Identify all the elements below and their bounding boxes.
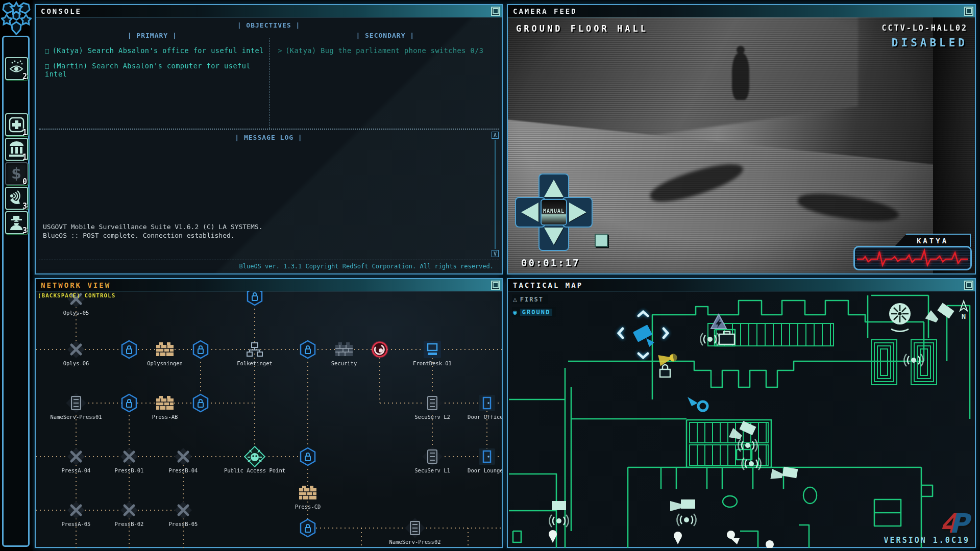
network-node-door-lounges[interactable]: Door Lounges bbox=[468, 448, 502, 473]
scroll-down-button[interactable]: V bbox=[492, 250, 499, 257]
log-line: USGOVT Mobile Surveillance Suite V1.6.2 … bbox=[43, 222, 262, 231]
map-fan-icon bbox=[889, 303, 911, 332]
floorplan-map: N bbox=[508, 291, 975, 548]
node-label: FrontDesk-01 bbox=[413, 360, 452, 366]
up-arrow-icon bbox=[544, 180, 564, 197]
objectives-divider bbox=[269, 38, 270, 129]
wall bbox=[921, 485, 933, 496]
network-node-press-ab[interactable]: Press-AB bbox=[152, 396, 178, 420]
network-node-pressb-05[interactable]: PressB-05 bbox=[169, 502, 198, 527]
map-camera-icon[interactable] bbox=[782, 467, 798, 479]
tactical-map-header: TACTICAL MAP bbox=[508, 279, 975, 291]
network-node-lock[interactable] bbox=[301, 448, 315, 465]
network-node-lock[interactable] bbox=[301, 341, 315, 358]
network-node-public-access-point[interactable]: Public Access Point bbox=[224, 446, 285, 473]
map-maximize-button[interactable] bbox=[964, 281, 973, 290]
network-node-pressb-04[interactable]: PressB-04 bbox=[169, 448, 198, 473]
network-node-nameserv-press02[interactable]: NameServ-Press02 bbox=[389, 518, 440, 545]
network-node-pressa-04[interactable]: PressA-04 bbox=[62, 448, 91, 473]
network-node-lock[interactable] bbox=[301, 519, 315, 537]
stairwell bbox=[871, 340, 897, 385]
camera-maximize-button[interactable] bbox=[964, 7, 973, 16]
tool-medical-cross[interactable]: 1 bbox=[5, 113, 28, 136]
message-log-scrollbar[interactable]: A V bbox=[492, 132, 499, 257]
console-panel: CONSOLE | OBJECTIVES | | PRIMARY | □(Kat… bbox=[35, 4, 503, 274]
tool-count-badge: 1 bbox=[22, 153, 27, 162]
node-label: Press-AB bbox=[152, 414, 178, 420]
tool-count-badge: 2 bbox=[22, 72, 27, 81]
wall bbox=[513, 531, 521, 542]
secondary-objectives-column: | SECONDARY | >(Katya) Bug the parliamen… bbox=[269, 32, 502, 55]
tool-spy-agent[interactable]: 3 bbox=[5, 211, 28, 234]
scrollbar-track[interactable] bbox=[495, 140, 496, 249]
agency-emblem-logo bbox=[1, 1, 32, 35]
map-camera-icon[interactable] bbox=[552, 501, 566, 510]
scroll-up-button[interactable]: A bbox=[492, 132, 499, 139]
network-node-lock[interactable] bbox=[248, 291, 262, 305]
tool-sidebar: 211$033 bbox=[0, 0, 33, 551]
secondary-objective-list: >(Katya) Bug the parliament phone switch… bbox=[269, 46, 502, 55]
console-body: | OBJECTIVES | | PRIMARY | □(Katya) Sear… bbox=[36, 17, 502, 273]
network-node-lock[interactable] bbox=[122, 341, 136, 358]
console-maximize-button[interactable] bbox=[491, 7, 500, 16]
network-node-frontdesk-01[interactable]: FrontDesk-01 bbox=[413, 341, 452, 366]
network-node-lock[interactable] bbox=[193, 341, 208, 358]
objectives-header: | OBJECTIVES | bbox=[36, 21, 502, 29]
tool-surveillance-eye[interactable]: 2 bbox=[5, 57, 28, 80]
network-node-oplys-06[interactable]: Oplys-06 bbox=[63, 341, 89, 366]
layer-label: FIRST bbox=[520, 296, 544, 303]
camera-pan-dpad: MANUAL bbox=[515, 173, 593, 251]
log-line: BlueOS :: POST complete. Connection esta… bbox=[43, 231, 262, 240]
network-node-eye[interactable] bbox=[371, 341, 388, 358]
layer-button-first[interactable]: △FIRST bbox=[512, 294, 548, 304]
layer-button-ground[interactable]: ◉GROUND bbox=[512, 307, 556, 317]
node-label: Oplysningen bbox=[147, 360, 183, 366]
node-label: NameServ-Press02 bbox=[389, 539, 440, 545]
tool-count-badge: 0 bbox=[22, 177, 27, 186]
network-node-oplysningen[interactable]: Oplysningen bbox=[147, 342, 183, 366]
network-node-security[interactable]: Security bbox=[331, 342, 357, 366]
node-label: Door Lounges bbox=[468, 467, 502, 473]
camera-timestamp: 00:01:17 bbox=[521, 257, 580, 268]
map-signal-icon bbox=[700, 333, 719, 345]
agent-vitals-plate: KATYA bbox=[853, 234, 972, 270]
node-label: Oplys-06 bbox=[63, 360, 89, 366]
tool-money-dollar[interactable]: $0 bbox=[5, 162, 28, 185]
network-maximize-button[interactable] bbox=[491, 281, 500, 290]
map-cone-icon bbox=[925, 310, 940, 325]
node-label: Security bbox=[331, 360, 357, 366]
map-guard-pin-icon bbox=[549, 530, 557, 543]
tool-phone-signal[interactable]: 3 bbox=[5, 187, 28, 210]
map-camera-icon[interactable] bbox=[681, 499, 695, 509]
node-label: PressB-01 bbox=[115, 467, 144, 473]
manual-mode-button[interactable]: MANUAL bbox=[541, 199, 567, 226]
map-cone-icon bbox=[729, 428, 743, 442]
network-node-secuserv-l2[interactable]: SecuServ L2 bbox=[414, 393, 450, 420]
map-camera-icon[interactable] bbox=[740, 421, 756, 435]
node-label: Public Access Point bbox=[224, 467, 285, 473]
map-player-icon bbox=[688, 397, 707, 411]
map-cone-icon bbox=[670, 501, 681, 511]
network-node-press-cd[interactable]: Press-CD bbox=[295, 486, 321, 510]
message-log-header: | MESSAGE LOG | bbox=[36, 134, 502, 141]
network-node-pressa-05[interactable]: PressA-05 bbox=[62, 502, 91, 527]
network-node-pressb-01[interactable]: PressB-01 bbox=[115, 448, 144, 473]
svg-text:N: N bbox=[962, 312, 966, 320]
map-camera-selected-icon[interactable] bbox=[619, 312, 668, 358]
network-node-nameserv-press01[interactable]: NameServ-Press01 bbox=[50, 393, 102, 420]
network-node-lock[interactable] bbox=[193, 394, 208, 412]
network-node-door-offices[interactable]: Door Offices bbox=[468, 395, 502, 420]
camera-id-label: CCTV-LO-HALL02 bbox=[882, 23, 968, 33]
objective-status-glyph: > bbox=[278, 46, 283, 55]
tactical-map-panel: TACTICAL MAP △FIRST◉GROUND N 4P VERSION … bbox=[507, 278, 976, 548]
wall bbox=[947, 306, 970, 419]
right-arrow-icon bbox=[569, 203, 586, 222]
network-node-lock[interactable] bbox=[122, 394, 136, 412]
camera-extra-button[interactable] bbox=[595, 234, 608, 247]
map-lock-icon bbox=[660, 365, 670, 377]
objective-status-glyph: □ bbox=[45, 62, 50, 70]
network-node-secuserv-l1[interactable]: SecuServ L1 bbox=[414, 446, 450, 473]
network-node-pressb-02[interactable]: PressB-02 bbox=[115, 502, 144, 527]
primary-objective: □(Katya) Search Absalon's office for use… bbox=[45, 46, 269, 55]
tool-building-columns[interactable]: 1 bbox=[5, 138, 28, 161]
